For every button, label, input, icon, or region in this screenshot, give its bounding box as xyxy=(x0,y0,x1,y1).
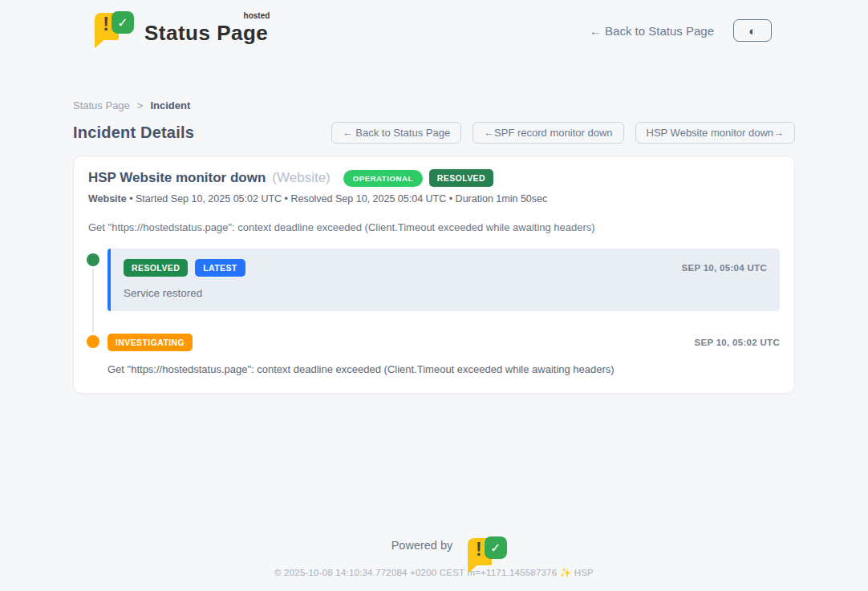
breadcrumb: Status Page > Incident xyxy=(73,99,795,111)
check-icon: ✓ xyxy=(112,11,134,34)
latest-badge: LATEST xyxy=(195,259,245,277)
timeline-message: Get "https://hostedstatus.page": context… xyxy=(107,363,780,375)
back-to-status-page-button[interactable]: ← Back to Status Page xyxy=(331,122,461,144)
meta-monitor-label: Website xyxy=(88,193,127,204)
footer: Powered by ! ✓ © 2025-10-08 14:10:34.772… xyxy=(0,536,868,578)
timeline-message: Service restored xyxy=(124,287,767,299)
logo-bubble-tail xyxy=(95,39,105,48)
brand-abbrev: HSP xyxy=(574,568,594,577)
logo-text-wrap: Status Page hosted xyxy=(144,11,268,46)
timeline-dot-green xyxy=(87,253,99,266)
meta-details: • Started Sep 10, 2025 05:02 UTC • Resol… xyxy=(127,193,548,204)
logo-check-box: ✓ xyxy=(112,11,134,34)
incident-title: HSP Website monitor down xyxy=(88,170,266,186)
powered-by: Powered by ! ✓ xyxy=(391,536,477,553)
prev-incident-button[interactable]: ←SPF record monitor down xyxy=(473,122,623,144)
incident-meta: Website • Started Sep 10, 2025 05:02 UTC… xyxy=(88,193,780,204)
timeline-timestamp: SEP 10, 05:02 UTC xyxy=(694,338,780,347)
theme-toggle-button[interactable]: ◐ xyxy=(733,19,772,42)
timeline-entry-resolved: RESOLVED LATEST SEP 10, 05:04 UTC Servic… xyxy=(88,249,780,311)
footer-logo-icon[interactable]: ! ✓ xyxy=(458,536,477,553)
incident-title-row: HSP Website monitor down (Website) OPERA… xyxy=(88,169,780,187)
page-title: Incident Details xyxy=(73,123,194,142)
powered-by-label: Powered by xyxy=(391,539,453,552)
timeline-entry-investigating: INVESTIGATING SEP 10, 05:02 UTC Get "htt… xyxy=(88,334,780,375)
logo-text: Status Page xyxy=(144,21,268,45)
incident-card: HSP Website monitor down (Website) OPERA… xyxy=(73,156,795,394)
resolved-state-badge: RESOLVED xyxy=(429,169,493,187)
incident-monitor-name: (Website) xyxy=(272,170,330,186)
timeline-entry-head: RESOLVED LATEST SEP 10, 05:04 UTC xyxy=(124,259,767,277)
brand-logo[interactable]: ! ✓ Status Page hosted xyxy=(95,11,268,50)
resolved-badge: RESOLVED xyxy=(124,259,188,277)
incident-description: Get "https://hostedstatus.page": context… xyxy=(88,221,780,233)
timeline-dot-orange xyxy=(87,335,99,348)
copyright-line: © 2025-10-08 14:10:34.772084 +0200 CEST … xyxy=(0,567,868,578)
copyright-text: © 2025-10-08 14:10:34.772084 +0200 CEST … xyxy=(274,568,557,577)
operational-status-badge: OPERATIONAL xyxy=(343,170,423,187)
next-incident-button[interactable]: HSP Website monitor down→ xyxy=(635,122,795,144)
sparkles-icon: ✨ xyxy=(560,568,572,577)
theme-contrast-icon: ◐ xyxy=(748,25,756,37)
check-icon: ✓ xyxy=(485,536,507,559)
title-row: Incident Details ← Back to Status Page ←… xyxy=(73,122,795,144)
timeline-entry-head: INVESTIGATING SEP 10, 05:02 UTC xyxy=(107,334,780,351)
logo-hosted-label: hosted xyxy=(244,11,270,20)
status-page-logo-icon: ! ✓ xyxy=(95,11,136,50)
breadcrumb-incident: Incident xyxy=(150,99,190,111)
header: ! ✓ Status Page hosted ← Back to Status … xyxy=(0,0,868,51)
incident-nav-buttons: ← Back to Status Page ←SPF record monito… xyxy=(331,122,795,144)
breadcrumb-status-page[interactable]: Status Page xyxy=(73,99,130,111)
timeline-highlight-box: RESOLVED LATEST SEP 10, 05:04 UTC Servic… xyxy=(107,249,780,311)
breadcrumb-separator: > xyxy=(137,99,144,111)
header-back-link[interactable]: ← Back to Status Page xyxy=(590,24,714,38)
incident-timeline: RESOLVED LATEST SEP 10, 05:04 UTC Servic… xyxy=(88,249,780,375)
timeline-timestamp: SEP 10, 05:04 UTC xyxy=(681,263,767,273)
header-right: ← Back to Status Page ◐ xyxy=(590,19,772,42)
main-content: Status Page > Incident Incident Details … xyxy=(73,99,795,394)
investigating-badge: INVESTIGATING xyxy=(107,334,193,351)
